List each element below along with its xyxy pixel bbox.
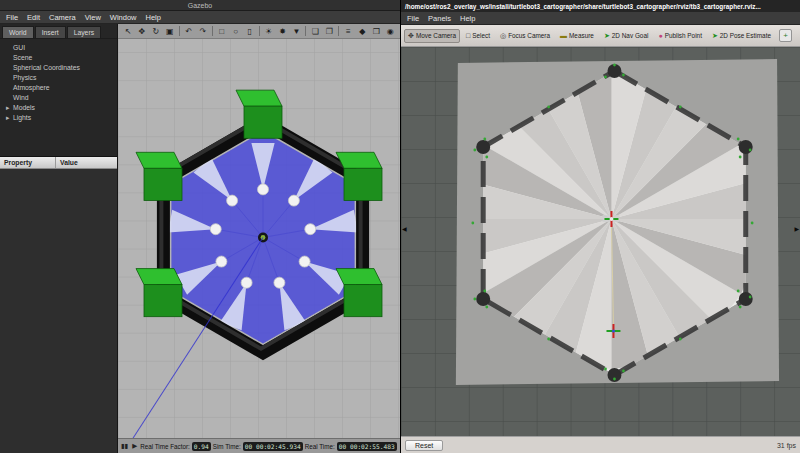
property-table-body bbox=[0, 169, 117, 453]
toolbar-separator bbox=[179, 26, 180, 36]
expand-icon: ▸ bbox=[6, 113, 13, 123]
tree-label: Physics bbox=[13, 74, 36, 81]
toolbar-separator bbox=[259, 26, 260, 36]
box-icon[interactable]: □ bbox=[216, 25, 228, 38]
publish-point-icon: ● bbox=[658, 32, 662, 39]
rviz-title: /home/ost/ros2_overlay_ws/install/turtle… bbox=[405, 3, 761, 10]
rviz-scene bbox=[401, 47, 800, 436]
menu-edit[interactable]: Edit bbox=[27, 13, 40, 22]
tree-item-physics[interactable]: Physics bbox=[6, 73, 117, 83]
tree-label: Wind bbox=[13, 94, 29, 101]
pause-button[interactable]: ▮▮ bbox=[120, 442, 129, 450]
sphere-icon[interactable]: ○ bbox=[230, 25, 242, 38]
tool-2d-nav-goal[interactable]: ➤ 2D Nav Goal bbox=[600, 29, 652, 43]
measure-icon: ▬ bbox=[560, 32, 567, 39]
real-time-value: 00 00:02:55.483 bbox=[337, 442, 397, 451]
gazebo-left-panel: World Insert Layers GUI Scene Spherical … bbox=[0, 24, 118, 453]
move-camera-icon: ✥ bbox=[408, 32, 414, 40]
tree-item-models[interactable]: ▸Models bbox=[6, 103, 117, 113]
rviz-menubar: File Panels Help bbox=[401, 12, 800, 25]
tree-item-scene[interactable]: Scene bbox=[6, 53, 117, 63]
menu-help[interactable]: Help bbox=[460, 14, 475, 23]
add-tool-button[interactable]: + bbox=[779, 29, 792, 42]
tool-publish-point[interactable]: ● Publish Point bbox=[654, 29, 706, 42]
real-time-label: Real Time: bbox=[305, 443, 335, 450]
point-light-icon[interactable]: ✸ bbox=[277, 25, 289, 38]
turtlebot bbox=[258, 232, 268, 242]
tool-label: Focus Camera bbox=[508, 32, 550, 39]
directional-light-icon[interactable]: ☀ bbox=[263, 25, 275, 38]
tree-label: Spherical Coordinates bbox=[13, 64, 80, 71]
menu-file[interactable]: File bbox=[407, 14, 419, 23]
expand-icon: ▸ bbox=[6, 103, 13, 113]
menu-view[interactable]: View bbox=[85, 13, 101, 22]
tree-item-atmosphere[interactable]: Atmosphere bbox=[6, 83, 117, 93]
sim-time-value: 00 00:02:45.934 bbox=[243, 442, 303, 451]
copy-icon[interactable]: ❏ bbox=[309, 25, 321, 38]
desktop: Gazebo File Edit Camera View Window Help… bbox=[0, 0, 800, 453]
step-button[interactable]: ▶ bbox=[131, 442, 138, 450]
toolbar-separator bbox=[305, 26, 306, 36]
tab-insert[interactable]: Insert bbox=[35, 26, 66, 38]
collapse-displays-panel-icon[interactable]: ◀ bbox=[402, 226, 407, 232]
tool-label: 2D Pose Estimate bbox=[720, 32, 771, 39]
gazebo-window: Gazebo File Edit Camera View Window Help… bbox=[0, 0, 400, 453]
tool-measure[interactable]: ▬ Measure bbox=[556, 29, 598, 42]
record-log-icon[interactable]: ◉ bbox=[384, 25, 396, 38]
collapse-views-panel-icon[interactable]: ▶ bbox=[794, 226, 799, 232]
tool-label: Publish Point bbox=[665, 32, 702, 39]
tool-move-camera[interactable]: ✥ Move Camera bbox=[404, 29, 460, 43]
screenshot-icon[interactable]: ❒ bbox=[370, 25, 382, 38]
tab-world[interactable]: World bbox=[2, 26, 34, 38]
tool-select[interactable]: □ Select bbox=[462, 29, 494, 42]
gazebo-menubar: File Edit Camera View Window Help bbox=[0, 11, 400, 24]
sim-time-label: Sim Time: bbox=[213, 443, 241, 450]
tree-item-spherical-coordinates[interactable]: Spherical Coordinates bbox=[6, 63, 117, 73]
tree-item-lights[interactable]: ▸Lights bbox=[6, 113, 117, 123]
gazebo-titlebar: Gazebo bbox=[0, 0, 400, 11]
menu-window[interactable]: Window bbox=[110, 13, 137, 22]
focus-camera-icon: ◎ bbox=[500, 32, 506, 40]
spot-light-icon[interactable]: ▼ bbox=[290, 25, 302, 38]
tab-layers[interactable]: Layers bbox=[67, 26, 101, 38]
tree-label: Lights bbox=[13, 114, 31, 121]
redo-icon[interactable]: ↷ bbox=[197, 25, 209, 38]
world-tree: GUI Scene Spherical Coordinates Physics … bbox=[0, 38, 117, 156]
menu-file[interactable]: File bbox=[6, 13, 18, 22]
tree-item-wind[interactable]: Wind bbox=[6, 93, 117, 103]
gazebo-viewport-toolbar: ↖ ✥ ↻ ▣ ↶ ↷ □ ○ ▯ ☀ ✸ ▼ ❏ bbox=[118, 24, 400, 39]
tree-label: Models bbox=[13, 104, 35, 111]
tree-item-gui[interactable]: GUI bbox=[6, 43, 117, 53]
gazebo-scene bbox=[118, 24, 400, 453]
undo-icon[interactable]: ↶ bbox=[183, 25, 195, 38]
toolbar-separator bbox=[212, 26, 213, 36]
gazebo-panel-tabs: World Insert Layers bbox=[0, 24, 117, 38]
tool-label: 2D Nav Goal bbox=[612, 32, 649, 39]
gazebo-time-panel: ▮▮ ▶ Real Time Factor: 0.94 Sim Time: 00… bbox=[118, 438, 400, 453]
rotate-icon[interactable]: ↻ bbox=[150, 25, 162, 38]
cylinder-icon[interactable]: ▯ bbox=[244, 25, 256, 38]
tool-focus-camera[interactable]: ◎ Focus Camera bbox=[496, 29, 554, 43]
translate-icon[interactable]: ✥ bbox=[136, 25, 148, 38]
fps-counter: 31 fps bbox=[777, 442, 796, 449]
select-icon[interactable]: ↖ bbox=[122, 25, 134, 38]
align-icon[interactable]: ≡ bbox=[342, 25, 354, 38]
tree-label: Atmosphere bbox=[13, 84, 50, 91]
gazebo-title: Gazebo bbox=[188, 2, 213, 9]
menu-camera[interactable]: Camera bbox=[49, 13, 76, 22]
change-view-icon[interactable]: ◆ bbox=[356, 25, 368, 38]
rviz-3d-view[interactable]: ◀ ▶ bbox=[401, 47, 800, 436]
tool-label: Move Camera bbox=[416, 32, 456, 39]
scale-icon[interactable]: ▣ bbox=[164, 25, 176, 38]
nav-goal-arrow-icon: ➤ bbox=[604, 32, 610, 40]
rviz-toolbar: ✥ Move Camera □ Select ◎ Focus Camera ▬ … bbox=[401, 25, 800, 47]
gazebo-3d-viewport[interactable]: ↖ ✥ ↻ ▣ ↶ ↷ □ ○ ▯ ☀ ✸ ▼ ❏ bbox=[118, 24, 400, 453]
property-column-header: Property bbox=[0, 157, 56, 168]
menu-help[interactable]: Help bbox=[146, 13, 161, 22]
reset-button[interactable]: Reset bbox=[405, 440, 443, 451]
paste-icon[interactable]: ❐ bbox=[323, 25, 335, 38]
rviz-statusbar: Reset 31 fps bbox=[401, 436, 800, 453]
menu-panels[interactable]: Panels bbox=[428, 14, 451, 23]
tool-2d-pose-estimate[interactable]: ➤ 2D Pose Estimate bbox=[708, 29, 775, 43]
value-column-header: Value bbox=[56, 157, 82, 168]
